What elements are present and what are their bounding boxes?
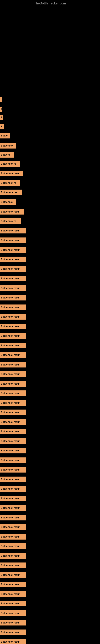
- bar-block: Bottleneck result: [0, 228, 26, 234]
- bar-block: Bottleneck result: [0, 582, 26, 587]
- bar-label: Bottleneck result: [1, 420, 20, 424]
- bar-label: Bottleneck result: [1, 287, 20, 290]
- bar-block: Bottleneck result: [0, 639, 26, 644]
- bar-label: Bottleneck result: [1, 640, 20, 643]
- bar-block: Bottleneck result: [0, 534, 26, 540]
- bar-label: Bottleneck result: [1, 402, 20, 404]
- bar-block: Bottleneck result: [0, 562, 26, 568]
- bar-block: Bottleneck result: [0, 381, 26, 386]
- bar-label: B: [1, 125, 2, 128]
- bar-label: Bottleneck result: [1, 315, 20, 318]
- bar-block: Bottleneck result: [0, 610, 26, 616]
- bar-item: Bottleneck result: [0, 620, 26, 626]
- bar-item: Bottleneck result: [0, 639, 26, 644]
- bar-item: Bottleneck result: [0, 390, 26, 396]
- bar-item: Bottleneck result: [0, 476, 26, 482]
- bar-item: Bottleneck result: [0, 524, 26, 530]
- bar-block: Bottleneck result: [0, 400, 26, 406]
- bar-label: Bottleneck re: [1, 182, 16, 184]
- bar-block: Bottleneck result: [0, 572, 26, 578]
- bar-label: Bottleneck result: [1, 459, 20, 462]
- bar-block: Bottlene: [0, 152, 14, 158]
- bar-label: Bottlene: [1, 153, 10, 156]
- bar-label: Bottleneck result: [1, 621, 20, 624]
- bar-item: Bottleneck result: [0, 544, 26, 549]
- bar-item: B: [0, 124, 3, 130]
- bar-block: [0, 96, 1, 102]
- bar-block: Bottleneck result: [0, 630, 26, 635]
- bar-item: Bottleneck result: [0, 400, 26, 406]
- bar-label: Bottleneck res: [1, 191, 17, 194]
- bar-label: Bottleneck result: [1, 248, 20, 251]
- bar-block: Bottleneck result: [0, 266, 26, 272]
- bar-item: Bottleneck result: [0, 314, 26, 320]
- bar-label: Bottleneck result: [1, 296, 20, 299]
- bar-block: Bottleneck result: [0, 544, 26, 549]
- bar-label: Bottleneck result: [1, 631, 20, 634]
- bar-block: Bottleneck result: [0, 362, 26, 368]
- bar-block: Bottleneck result: [0, 285, 26, 291]
- bar-item: Bottleneck result: [0, 438, 26, 444]
- bar-item: Bottleneck re: [0, 218, 21, 224]
- bar-block: Bottleneck resu: [0, 171, 23, 176]
- bar-block: Bottleneck result: [0, 343, 26, 348]
- bar-label: Bottleneck resu: [1, 172, 19, 175]
- bar-item: Bottleneck resu: [0, 171, 23, 176]
- bar-label: Bottleneck result: [1, 258, 20, 261]
- bar-item: Bottleneck result: [0, 601, 26, 606]
- bar-label: Bottleneck result: [1, 612, 20, 614]
- bar-label: Bottleneck re: [1, 220, 16, 222]
- bar-label: Bottleneck result: [1, 229, 20, 232]
- bar-label: Bottleneck result: [1, 268, 20, 270]
- bar-block: Bottleneck result: [0, 333, 26, 339]
- bar-block: Bottleneck: [0, 199, 16, 205]
- bar-item: Bottleneck resu: [0, 209, 24, 214]
- bar-label: Bottleneck result: [1, 344, 20, 347]
- bar-item: Bottleneck result: [0, 429, 26, 434]
- bar-label: Bottleneck result: [1, 334, 20, 337]
- bar-label: Bottleneck result: [1, 277, 20, 280]
- bar-item: Bottleneck result: [0, 228, 26, 234]
- bar-label: Bottleneck result: [1, 564, 20, 567]
- bar-item: Bottleneck result: [0, 534, 26, 540]
- bar-block: Bottleneck result: [0, 591, 26, 597]
- bar-label: Bottleneck result: [1, 516, 20, 519]
- bar-label: Bottleneck result: [1, 554, 20, 557]
- bar-label: Bottleneck result: [1, 506, 20, 509]
- bar-label: Bottleneck result: [1, 325, 20, 328]
- bar-label: Bottleneck result: [1, 526, 20, 528]
- bar-item: Bottleneck result: [0, 419, 26, 425]
- bar-item: Bottleneck result: [0, 266, 26, 272]
- bar-item: Bottleneck result: [0, 362, 26, 368]
- bar-label: Bottleneck result: [1, 392, 20, 395]
- bar-label: Bottleneck result: [1, 306, 20, 309]
- bar-item: Bottleneck result: [0, 333, 26, 339]
- bar-label: Bottleneck result: [1, 468, 20, 471]
- bar-block: Bottleneck result: [0, 524, 26, 530]
- bar-item: Bottleneck result: [0, 582, 26, 587]
- bar-item: Bottleneck result: [0, 572, 26, 578]
- bar-label: Bottleneck result: [1, 430, 20, 433]
- bar-item: Bottleneck result: [0, 496, 26, 501]
- bar-label: B: [1, 116, 2, 119]
- bar-label: Bottleneck re: [1, 162, 16, 165]
- bar-block: Bottleneck result: [0, 486, 26, 492]
- bar-item: Bottleneck result: [0, 505, 26, 511]
- bar-item: B: [0, 115, 3, 120]
- bar-block: Bottleneck result: [0, 496, 26, 501]
- bar-item: Bottleneck result: [0, 256, 26, 262]
- bar-label: Bottleneck result: [1, 497, 20, 500]
- bar-label: Bottleneck result: [1, 382, 20, 385]
- bar-label: Bottleneck result: [1, 583, 20, 586]
- bar-block: Bottleneck result: [0, 438, 26, 444]
- bar-item: Bottleneck re: [0, 180, 20, 186]
- bar-label: Bottle: [1, 134, 8, 137]
- bar-block: Bottleneck result: [0, 467, 26, 472]
- bar-block: Bottleneck res: [0, 190, 22, 195]
- bar-block: Bottleneck result: [0, 276, 26, 281]
- bar-item: Bottleneck result: [0, 630, 26, 635]
- bar-item: Bottleneck result: [0, 515, 26, 520]
- bar-item: Bottleneck result: [0, 324, 26, 329]
- bar-label: Bottleneck result: [1, 593, 20, 596]
- bar-item: Bottleneck result: [0, 352, 26, 358]
